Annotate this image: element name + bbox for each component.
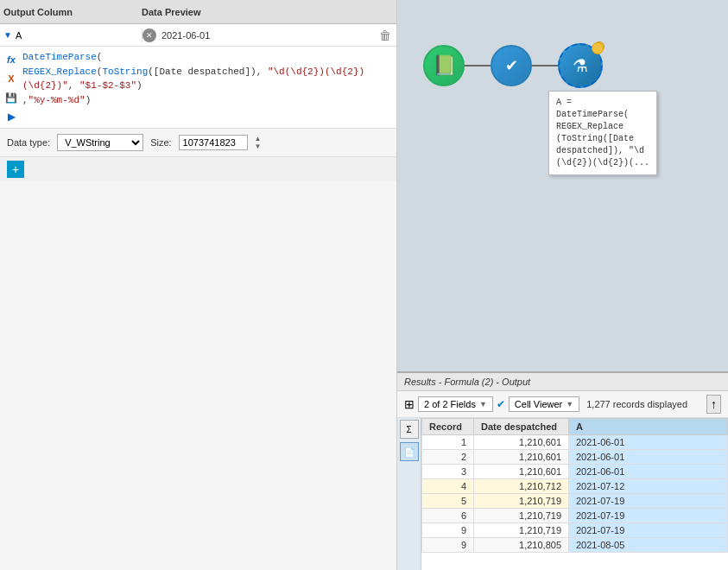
cell-date-despatched: 1,210,719 — [474, 523, 569, 538]
grid-icon[interactable]: ⊞ — [404, 397, 415, 411]
formula-icons: fx X 💾 ▶ — [3, 50, 19, 124]
output-column-name[interactable]: A — [16, 30, 138, 41]
formula-row-top: ▼ A ✕ 2021-06-01 🗑 — [0, 24, 396, 47]
cell-a: 2021-08-05 — [569, 538, 728, 553]
delete-button[interactable]: 🗑 — [374, 27, 396, 44]
fields-dropdown-button[interactable]: 2 of 2 Fields ▼ — [418, 396, 493, 412]
formula-format: , — [22, 95, 28, 105]
datatype-row: Data type: V_WString Size: ▲ ▼ — [0, 129, 396, 157]
cell-record: 1 — [422, 435, 474, 450]
formula-keyword-regex: REGEX_Replace — [22, 66, 97, 77]
apply-icon[interactable]: ✔ — [497, 398, 505, 410]
status-indicator — [594, 41, 605, 52]
fields-dropdown-arrow: ▼ — [479, 400, 487, 408]
records-count: 1,277 records displayed — [586, 399, 687, 409]
size-label: Size: — [150, 137, 171, 148]
sigma-icon[interactable]: Σ — [400, 420, 419, 439]
formula-format-str: "%y-%m-%d" — [28, 95, 85, 105]
clear-button[interactable]: ✕ — [142, 28, 156, 42]
table-row[interactable]: 91,210,8052021-08-05 — [422, 538, 728, 553]
table-row[interactable]: 51,210,7192021-07-19 — [422, 494, 728, 509]
datatype-label: Data type: — [7, 137, 50, 148]
formula-tostring-field: ([Date despatched]), — [148, 66, 268, 77]
results-body: Σ 📄 Record Date despatched A — [397, 418, 728, 570]
formula-header: Output Column Data Preview — [0, 0, 396, 24]
table-row[interactable]: 91,210,7192021-07-19 — [422, 523, 728, 538]
table-row[interactable]: 21,210,6012021-06-01 — [422, 450, 728, 465]
table-row[interactable]: 31,210,6012021-06-01 — [422, 465, 728, 479]
formula-keyword-datetime: DateTimeParse — [22, 52, 97, 62]
sort-icon: ▼ — [3, 30, 12, 40]
active-icon: ▶ — [3, 109, 19, 124]
check-icon: ✔ — [505, 56, 518, 75]
cell-date-despatched: 1,210,601 — [474, 435, 569, 450]
cell-date-despatched: 1,210,719 — [474, 494, 569, 509]
cell-record: 2 — [422, 450, 474, 465]
add-field-button[interactable]: + — [7, 161, 24, 178]
cell-date-despatched: 1,210,712 — [474, 479, 569, 494]
formula-text[interactable]: DateTimeParse( REGEX_Replace(ToString([D… — [22, 50, 393, 124]
export-button[interactable]: ↑ — [706, 395, 721, 414]
table-header-row: Record Date despatched A — [422, 419, 728, 435]
table-row[interactable]: 41,210,7122021-07-12 — [422, 479, 728, 494]
preview-value: 2021-06-01 — [156, 28, 215, 42]
x-icon: X — [3, 71, 19, 86]
connector-2 — [532, 65, 558, 66]
workflow-canvas: 📗 ✔ ⚗ A = DateTimeParse( — [397, 0, 728, 371]
formula-keyword-tostring: ToString — [102, 66, 148, 77]
fx-icon[interactable]: fx — [3, 52, 19, 67]
results-title: Results - Formula (2) - Output — [404, 377, 530, 387]
add-row: + — [0, 157, 396, 181]
results-table[interactable]: Record Date despatched A 11,210,6012021-… — [421, 418, 728, 570]
cell-a: 2021-06-01 — [569, 450, 728, 465]
formula-string-pattern: "\d(\d{2})(\d{2}) — [268, 66, 364, 77]
book-icon: 📗 — [433, 54, 456, 77]
cell-a: 2021-07-19 — [569, 509, 728, 523]
col-header-record: Record — [422, 419, 474, 435]
doc-icon[interactable]: 📄 — [400, 442, 419, 461]
results-header: Results - Formula (2) - Output — [397, 373, 728, 391]
formula-string-replace: "$1-$2-$3" — [79, 80, 136, 91]
formula-node[interactable]: ⚗ — [558, 43, 603, 88]
table-row[interactable]: 11,210,6012021-06-01 — [422, 435, 728, 450]
check-node[interactable]: ✔ — [491, 45, 532, 86]
cell-a: 2021-07-12 — [569, 479, 728, 494]
size-down-arrow[interactable]: ▼ — [255, 142, 262, 150]
right-panel: 📗 ✔ ⚗ A = DateTimeParse( — [397, 0, 728, 570]
connector-1 — [465, 65, 491, 66]
cell-record: 9 — [422, 523, 474, 538]
formula-row-left: ▼ A — [0, 28, 142, 42]
main-container: Output Column Data Preview ▼ A ✕ 2021-06… — [0, 0, 728, 570]
data-preview-header: Data Preview — [142, 7, 200, 17]
size-stepper[interactable]: ▲ ▼ — [255, 135, 262, 150]
node-container: 📗 ✔ ⚗ — [423, 43, 603, 88]
cell-a: 2021-06-01 — [569, 465, 728, 479]
results-toolbar: ⊞ 2 of 2 Fields ▼ ✔ Cell Viewer ▼ 1,277 … — [397, 391, 728, 418]
cell-date-despatched: 1,210,601 — [474, 450, 569, 465]
formula-node-icon: ⚗ — [573, 55, 588, 76]
cell-record: 4 — [422, 479, 474, 494]
book-node[interactable]: 📗 — [423, 45, 465, 86]
cell-date-despatched: 1,210,719 — [474, 509, 569, 523]
formula-paren: ( — [97, 52, 103, 62]
results-left-icons: Σ 📄 — [397, 418, 421, 570]
cell-a: 2021-07-19 — [569, 494, 728, 509]
results-panel: Results - Formula (2) - Output ⊞ 2 of 2 … — [397, 371, 728, 570]
save-icon[interactable]: 💾 — [3, 90, 19, 105]
cell-a: 2021-06-01 — [569, 435, 728, 450]
tooltip-text: A = DateTimeParse( REGEX_Replace (ToStri… — [556, 98, 649, 168]
cell-a: 2021-07-19 — [569, 523, 728, 538]
cell-viewer-button[interactable]: Cell Viewer ▼ — [509, 396, 579, 412]
size-input[interactable] — [179, 135, 248, 150]
formula-string-pattern2: (\d{2})" — [22, 80, 68, 91]
size-up-arrow[interactable]: ▲ — [255, 135, 262, 142]
cell-viewer-arrow: ▼ — [566, 400, 573, 408]
datatype-select[interactable]: V_WString — [57, 134, 143, 151]
output-column-header: Output Column — [3, 7, 142, 17]
col-header-a[interactable]: A — [569, 419, 728, 435]
col-header-date[interactable]: Date despatched — [474, 419, 569, 435]
data-table: Record Date despatched A 11,210,6012021-… — [421, 418, 728, 553]
cell-date-despatched: 1,210,805 — [474, 538, 569, 553]
canvas-area: 📗 ✔ ⚗ A = DateTimeParse( — [397, 0, 728, 371]
table-row[interactable]: 61,210,7192021-07-19 — [422, 509, 728, 523]
